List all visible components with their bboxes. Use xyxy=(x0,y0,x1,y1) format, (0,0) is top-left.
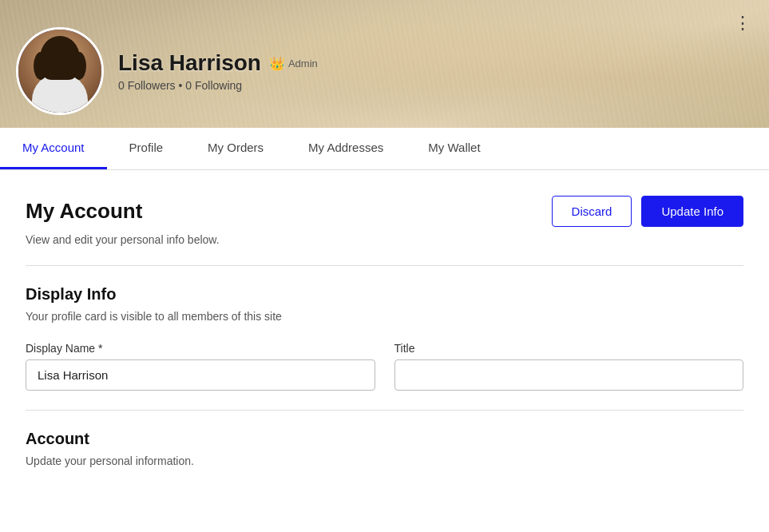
title-group: Title xyxy=(394,342,744,391)
account-section-title: Account xyxy=(26,430,743,448)
avatar xyxy=(16,27,104,115)
main-content: My Account Discard Update Info View and … xyxy=(0,170,769,518)
title-input[interactable] xyxy=(394,359,744,391)
nav-tabs: My Account Profile My Orders My Addresse… xyxy=(0,128,769,170)
page-subtitle: View and edit your personal info below. xyxy=(26,233,743,246)
tab-profile[interactable]: Profile xyxy=(107,128,186,169)
display-info-form-row: Display Name * Title xyxy=(26,342,743,391)
profile-banner: ⋮ Lisa Harrison 👑 Admin 0 Followers • 0 … xyxy=(0,0,769,128)
display-info-subtitle: Your profile card is visible to all memb… xyxy=(26,310,743,323)
page-header: My Account Discard Update Info xyxy=(26,196,743,227)
avatar-hair xyxy=(40,36,80,80)
update-info-button[interactable]: Update Info xyxy=(641,196,743,227)
display-info-title: Display Info xyxy=(26,285,743,304)
tab-my-wallet[interactable]: My Wallet xyxy=(406,128,502,169)
crown-icon: 👑 xyxy=(269,56,285,71)
divider-2 xyxy=(26,410,743,411)
display-name-label: Display Name * xyxy=(26,342,375,355)
user-name-row: Lisa Harrison 👑 Admin xyxy=(118,50,318,76)
tab-my-orders[interactable]: My Orders xyxy=(185,128,286,169)
admin-label: Admin xyxy=(288,58,318,69)
user-stats: 0 Followers • 0 Following xyxy=(118,79,318,92)
tab-my-addresses[interactable]: My Addresses xyxy=(286,128,406,169)
header-actions: Discard Update Info xyxy=(552,196,743,227)
display-name-input[interactable] xyxy=(26,359,375,391)
tab-my-account[interactable]: My Account xyxy=(0,128,107,169)
display-name-group: Display Name * xyxy=(26,342,375,391)
user-info: Lisa Harrison 👑 Admin 0 Followers • 0 Fo… xyxy=(118,50,318,92)
user-name: Lisa Harrison xyxy=(118,50,261,76)
more-options-button[interactable]: ⋮ xyxy=(727,10,758,37)
divider-1 xyxy=(26,265,743,266)
admin-badge: 👑 Admin xyxy=(269,56,318,71)
banner-content: Lisa Harrison 👑 Admin 0 Followers • 0 Fo… xyxy=(16,27,318,115)
title-label: Title xyxy=(394,342,744,355)
page-title: My Account xyxy=(26,199,142,224)
account-section-subtitle: Update your personal information. xyxy=(26,455,743,467)
avatar-image xyxy=(18,30,101,113)
discard-button[interactable]: Discard xyxy=(552,196,632,227)
